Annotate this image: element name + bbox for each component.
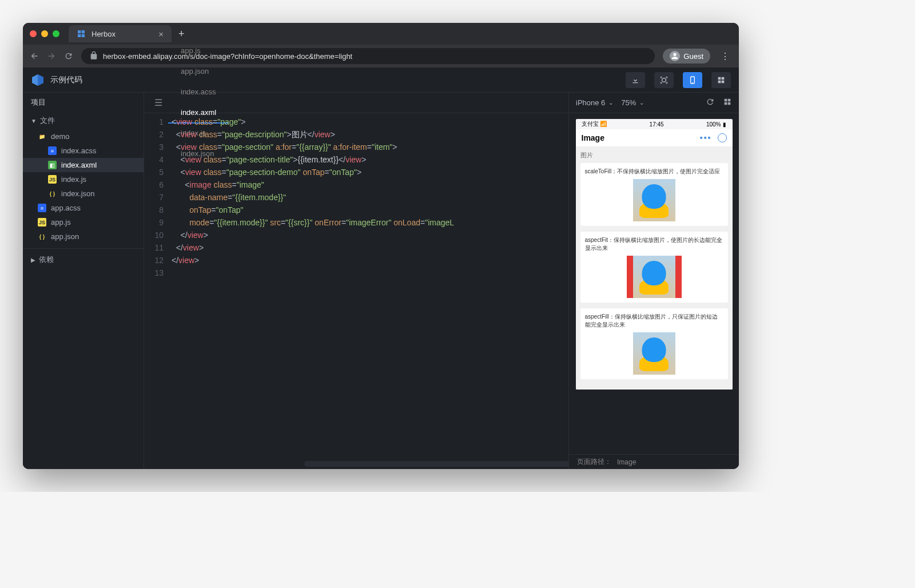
phone-page-body[interactable]: 图片 scaleToFill：不保持纵横比缩放图片，使图片完全适应aspectF… [576, 146, 733, 390]
address-bar: herbox-embed.alipay.com/s/doc-image?chIn… [23, 45, 739, 67]
code-line: 5 <view class="page-section-demo" onTap=… [144, 166, 568, 178]
wifi-icon: 📶 [600, 121, 607, 127]
app-logo-icon [31, 73, 45, 87]
card-title: aspectFit：保持纵横比缩放图片，使图片的长边能完全显示出来 [585, 236, 723, 252]
reload-button[interactable] [64, 51, 73, 61]
chevron-down-icon: ⌄ [608, 100, 613, 106]
css-file-icon: ≡ [48, 146, 57, 155]
file-name: index.json [61, 189, 95, 198]
card-title: aspectFill：保持纵横比缩放图片，只保证图片的短边能完全显示出来 [585, 313, 723, 329]
maximize-window-icon[interactable] [53, 30, 59, 37]
titlebar: Herbox × + [23, 23, 739, 45]
preview-card-aspectFit: aspectFit：保持纵横比缩放图片，使图片的长边能完全显示出来 [580, 232, 728, 303]
file-index.axml[interactable]: ◧index.axml [23, 158, 144, 172]
axml-file-icon: ◧ [48, 161, 57, 169]
phone-simulator: 支付宝 📶 17:45 100%▮ Image ••• 图片 scaleToFi [576, 119, 733, 390]
css-file-icon: ≡ [38, 204, 46, 212]
download-button[interactable] [626, 72, 645, 88]
profile-button[interactable]: Guest [663, 49, 710, 63]
sidebar-deps-section[interactable]: ▶ 依赖 [23, 248, 144, 268]
js-file-icon: JS [48, 175, 57, 184]
tab-close-icon[interactable]: × [158, 29, 164, 39]
favicon-icon [77, 29, 86, 38]
code-editor[interactable]: 1<view class="page">2 <view class="page-… [144, 113, 568, 461]
page-label: 图片 [580, 151, 728, 160]
zoom-selector[interactable]: 75% ⌄ [621, 98, 644, 107]
minimize-window-icon[interactable] [41, 30, 48, 37]
profile-label: Guest [683, 52, 703, 61]
file-name: app.json [51, 232, 79, 241]
close-window-icon[interactable] [30, 30, 37, 37]
nav-more-icon[interactable]: ••• [700, 133, 712, 142]
back-button[interactable] [30, 51, 39, 61]
app-body: 项目 ▼ 文件 📁 demo ≡index.acss◧index.axmlJSi… [23, 93, 739, 469]
preview-image[interactable] [633, 179, 675, 221]
code-line: 7 data-name="{{item.mode}}" [144, 191, 568, 204]
new-tab-button[interactable]: + [178, 28, 185, 40]
battery-status: 100%▮ [706, 121, 727, 128]
device-selector[interactable]: iPhone 6 ⌄ [576, 98, 613, 107]
code-line: 6 <image class="image" [144, 178, 568, 191]
preview-panel: iPhone 6 ⌄ 75% ⌄ 支付宝 📶 17:45 100 [568, 93, 739, 469]
editor-tab-app.json[interactable]: app.json [168, 62, 229, 82]
preview-footer: 页面路径： Image [569, 454, 739, 469]
file-index.js[interactable]: JSindex.js [23, 172, 144, 186]
tree-folder-demo[interactable]: 📁 demo [23, 129, 144, 144]
hamburger-menu-icon[interactable]: ☰ [149, 97, 168, 108]
battery-icon: ▮ [723, 121, 726, 128]
path-label: 页面路径： [577, 457, 611, 467]
file-index.json[interactable]: { }index.json [23, 186, 144, 201]
preview-card-aspectFill: aspectFill：保持纵横比缩放图片，只保证图片的短边能完全显示出来 [580, 308, 728, 379]
code-line: 12</view> [144, 254, 568, 267]
file-app.json[interactable]: { }app.json [23, 229, 144, 244]
grid-view-button[interactable] [711, 72, 731, 88]
js-file-icon: JS [38, 218, 46, 227]
caret-down-icon: ▼ [31, 118, 37, 124]
grid-preview-icon[interactable] [723, 97, 732, 108]
qr-button[interactable] [654, 72, 674, 88]
editor-tabs: ☰ app.jsapp.jsonindex.acssindex.axmlinde… [144, 93, 568, 113]
tab-title: Herbox [92, 30, 116, 38]
sidebar-files-label: 文件 [40, 116, 55, 126]
file-name: app.acss [51, 204, 81, 212]
editor-tab-index.acss[interactable]: index.acss [168, 82, 229, 103]
code-line: 11 </view> [144, 241, 568, 254]
app-title: 示例代码 [50, 75, 82, 85]
folder-name: demo [51, 132, 70, 141]
file-index.acss[interactable]: ≡index.acss [23, 144, 144, 158]
code-line: 1<view class="page"> [144, 116, 568, 128]
browser-tab[interactable]: Herbox × [69, 25, 172, 42]
sidebar-files-section[interactable]: ▼ 文件 [23, 112, 144, 129]
file-name: index.acss [61, 146, 96, 155]
code-line: 9 mode="{{item.mode}}" src="{{src}}" onE… [144, 216, 568, 229]
code-line: 13 [144, 267, 568, 279]
browser-menu-button[interactable]: ⋮ [718, 51, 732, 62]
file-app.js[interactable]: JSapp.js [23, 215, 144, 229]
code-line: 2 <view class="page-description">图片</vie… [144, 128, 568, 141]
file-name: index.axml [61, 161, 97, 169]
chevron-down-icon: ⌄ [639, 100, 644, 106]
mobile-preview-button[interactable] [683, 72, 702, 88]
forward-button[interactable] [47, 51, 56, 61]
caret-right-icon: ▶ [31, 257, 35, 263]
folder-icon: 📁 [38, 132, 46, 141]
lock-icon [89, 51, 98, 62]
refresh-preview-icon[interactable] [706, 97, 715, 108]
url-input[interactable]: herbox-embed.alipay.com/s/doc-image?chIn… [81, 48, 655, 64]
preview-image[interactable] [633, 332, 675, 375]
preview-image[interactable] [627, 256, 682, 298]
app-frame: 示例代码 项目 ▼ 文件 📁 demo ≡index.acss◧index.ax… [23, 67, 739, 469]
editor-area: ☰ app.jsapp.jsonindex.acssindex.axmlinde… [144, 93, 568, 469]
svg-point-1 [692, 82, 693, 82]
code-line: 3 <view class="page-section" a:for="{{ar… [144, 141, 568, 153]
preview-controls: iPhone 6 ⌄ 75% ⌄ [569, 93, 739, 113]
preview-card-scaleToFill: scaleToFill：不保持纵横比缩放图片，使图片完全适应 [580, 163, 728, 226]
zoom-label: 75% [621, 98, 636, 107]
nav-close-icon[interactable] [718, 133, 727, 142]
card-title: scaleToFill：不保持纵横比缩放图片，使图片完全适应 [585, 168, 723, 176]
file-name: app.js [51, 218, 71, 227]
carrier-label: 支付宝 📶 [582, 120, 607, 128]
file-app.acss[interactable]: ≡app.acss [23, 201, 144, 215]
editor-tab-app.js[interactable]: app.js [168, 41, 229, 62]
sidebar: 项目 ▼ 文件 📁 demo ≡index.acss◧index.axmlJSi… [23, 93, 144, 469]
